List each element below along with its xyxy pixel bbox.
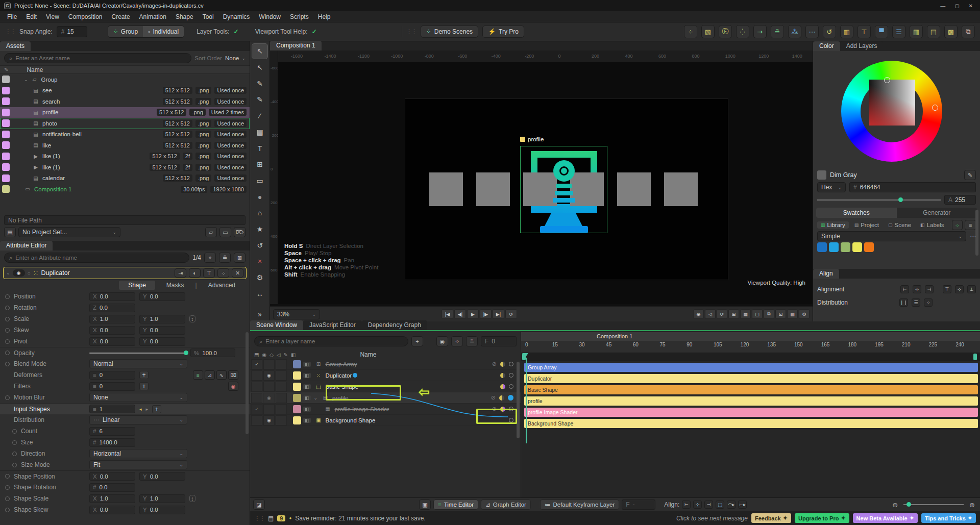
lib-tab-project[interactable]: ▤Project — [851, 221, 883, 229]
kf-align-right-button[interactable]: ⊣ — [704, 501, 713, 509]
value-field[interactable]: X0.0 — [89, 326, 135, 335]
chevron-down-icon[interactable]: ⌄ — [6, 270, 10, 276]
visibility-cell[interactable]: ◉ — [263, 370, 275, 381]
try-pro-button[interactable]: ⚡Try Pro — [482, 26, 524, 38]
asset-row[interactable]: ▤calendar512 x 512.pngUsed once — [0, 173, 250, 184]
tag-icon[interactable]: ◧ — [303, 362, 311, 367]
stack-button[interactable]: ⊡ — [775, 309, 786, 319]
extra-cell[interactable] — [276, 404, 287, 414]
wave-button[interactable]: ∿ — [216, 370, 227, 380]
tab-advanced[interactable]: Advanced — [199, 281, 244, 290]
enabled-cell[interactable] — [251, 382, 262, 392]
value-field[interactable]: Y0.0 — [139, 472, 185, 481]
close-button[interactable]: ✕ — [969, 3, 973, 9]
trash-button[interactable]: ⌦ — [234, 227, 246, 237]
value-field[interactable]: Y0.0 — [139, 506, 185, 514]
keyframe-icon[interactable] — [12, 440, 17, 445]
label-filter-button[interactable]: ◪ — [253, 499, 265, 510]
chevron-down-icon[interactable]: ⌄ — [24, 77, 28, 82]
duplicated-square[interactable] — [429, 172, 463, 206]
value-field[interactable]: X1.0 — [89, 315, 135, 323]
menu-view[interactable]: View — [42, 12, 63, 21]
filter-settings-button[interactable]: ≞ — [466, 336, 478, 346]
timeline-bar[interactable]: Group Array — [524, 363, 978, 372]
timeline-zoom-slider[interactable] — [903, 504, 964, 505]
go-start-button[interactable]: |◀ — [442, 309, 453, 319]
kf-align-center-button[interactable]: ⊹ — [693, 501, 702, 509]
output-port[interactable] — [353, 373, 357, 378]
menu-scripts[interactable]: Scripts — [286, 12, 313, 21]
visibility-cell[interactable] — [263, 404, 275, 414]
enabled-cell[interactable]: ✓ — [251, 359, 262, 369]
lib-tab-library[interactable]: ▥Library — [817, 221, 849, 229]
minimize-button[interactable]: — — [940, 3, 945, 9]
onion-button[interactable]: ◉ — [693, 309, 704, 319]
keyframe-circle[interactable] — [509, 418, 513, 422]
trim-t-button[interactable]: ⊤ — [857, 25, 871, 38]
tab-dependency-graph[interactable]: Dependency Graph — [362, 320, 427, 330]
tab-composition-1[interactable]: Composition 1 — [270, 41, 322, 51]
layer-row[interactable]: ◉◧⌄▤profile⊘ — [250, 392, 521, 404]
tool-transform-box[interactable]: ⊞ — [252, 157, 267, 172]
keyframe-icon[interactable] — [5, 306, 10, 310]
keyframe-type-button[interactable]: ⟝▸ — [738, 501, 747, 509]
attr-row-distribution[interactable]: Distribution⋯Linear⌄ — [0, 414, 250, 426]
dash-button[interactable]: ⌧ — [228, 370, 238, 380]
list-view-button[interactable]: ≡ — [965, 220, 976, 230]
count-field[interactable]: ≡0 — [89, 382, 135, 391]
layer-row[interactable]: ◉◧⁙Duplicator — [250, 370, 521, 381]
add-button[interactable]: + — [139, 371, 149, 379]
extra-cell[interactable] — [276, 415, 287, 426]
keyframe-circle[interactable] — [509, 407, 513, 411]
tab-generator[interactable]: Generator — [897, 208, 977, 218]
swatch[interactable] — [864, 242, 874, 252]
visibility-cell[interactable] — [263, 359, 275, 369]
tag-icon[interactable]: ◧ — [303, 407, 311, 412]
frame-filter-field[interactable]: F- — [622, 499, 655, 510]
extra-cell[interactable] — [276, 393, 287, 403]
timeline-range[interactable] — [521, 353, 980, 361]
tab-swatches[interactable]: Swatches — [816, 208, 897, 218]
forge-f-button[interactable]: Ⓕ — [719, 25, 732, 38]
attr-row-position[interactable]: PositionX0.0Y0.0 — [0, 291, 250, 302]
asset-search-input[interactable] — [15, 55, 186, 61]
zoom-select[interactable]: 33%⌄ — [273, 309, 320, 319]
swatch[interactable] — [829, 242, 839, 252]
value-field[interactable]: Y0.0 — [139, 337, 185, 346]
value-field[interactable]: Z0.0 — [89, 304, 135, 312]
duplicated-square[interactable] — [664, 172, 698, 206]
timeline-bar[interactable]: Duplicator — [524, 374, 978, 383]
asset-row[interactable]: ▤notification-bell512 x 512.pngUsed once — [0, 129, 250, 140]
attr-row-pivot[interactable]: PivotX0.0Y0.0 — [0, 336, 250, 347]
enabled-cell[interactable] — [251, 370, 262, 381]
dock-button[interactable]: ▣ — [419, 499, 431, 510]
hue-handle[interactable] — [932, 105, 938, 111]
keyframe-icon[interactable] — [5, 294, 10, 299]
attr-row-blend-mode[interactable]: Blend ModeNormal⌄ — [0, 358, 250, 369]
dropdown[interactable]: ⋯Linear⌄ — [89, 415, 187, 424]
tag-icon[interactable]: ◧ — [303, 418, 311, 423]
new-beta-available-button[interactable]: New Beta Available✦ — [853, 513, 918, 523]
magic-filter-button[interactable]: ⁘ — [451, 336, 463, 346]
keyframe-icon[interactable] — [12, 429, 17, 434]
asset-row[interactable]: ▶like (1)512 x 5122f.pngUsed once — [0, 162, 250, 173]
list-button[interactable]: ≡ — [193, 370, 203, 380]
columns-button[interactable]: ▦ — [910, 25, 923, 38]
hex-field[interactable]: #646464 — [849, 182, 976, 192]
attr-row-shape-skew[interactable]: Shape SkewX0.0Y0.0 — [0, 504, 250, 515]
keyframe-icon[interactable] — [5, 395, 10, 400]
timeline-bar[interactable]: Basic Shape — [524, 385, 978, 394]
keyframe-icon[interactable] — [5, 474, 10, 479]
play-button[interactable]: ▶ — [467, 309, 479, 319]
extrude-cube-button[interactable]: ▧ — [701, 25, 715, 38]
composition-button[interactable]: ▭ — [219, 227, 231, 237]
asset-row[interactable]: ▤profile512 x 512.pngUsed 2 times — [0, 107, 250, 118]
step-back-button[interactable]: ◀| — [454, 309, 466, 319]
asset-color-chip[interactable] — [2, 109, 10, 116]
align-left-button[interactable]: ⊢ — [900, 285, 909, 293]
snap-grid-button[interactable]: ⊞ — [728, 309, 739, 319]
attr-row-shape-scale[interactable]: Shape ScaleX1.0Y1.0↕ — [0, 493, 250, 504]
attr-row-skew[interactable]: SkewX0.0Y0.0 — [0, 324, 250, 336]
arc-button[interactable]: ↺ — [823, 25, 836, 38]
demo-scenes-button[interactable]: ⁘Demo Scenes — [421, 26, 478, 38]
